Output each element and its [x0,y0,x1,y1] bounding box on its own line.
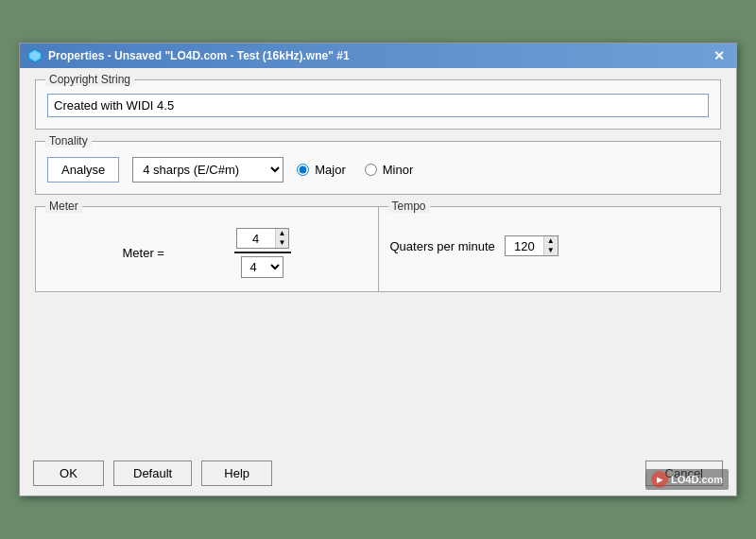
meter-denominator-select-wrapper: 4 2 8 16 [241,256,284,278]
meter-numerator-spinner: ▲ ▼ [236,228,290,249]
spinner-btns-numerator: ▲ ▼ [275,229,289,248]
tempo-content: Quaters per minute ▲ ▼ [390,235,710,256]
analyse-button[interactable]: Analyse [47,157,119,183]
key-select[interactable]: 4 sharps (E/C#m) C Major G Major D Major… [132,157,284,183]
help-button[interactable]: Help [201,461,272,486]
watermark-text: LO4D.com [671,474,723,485]
lo4d-icon: ▶ [651,471,668,488]
copyright-label: Copyright String [45,73,134,86]
meter-denominator-select[interactable]: 4 2 8 16 [242,257,283,277]
copyright-input[interactable] [47,94,709,117]
app-icon [27,48,43,63]
minor-label: Minor [383,163,414,177]
spinner-btns-tempo: ▲ ▼ [543,236,558,255]
meter-equals-row: Meter = ▲ ▼ [123,228,291,278]
tonality-section: Tonality Analyse 4 sharps (E/C#m) C Majo… [35,141,721,195]
mode-radio-group: Major Minor [297,163,413,177]
close-button[interactable]: ✕ [710,49,729,62]
fraction-line [234,252,291,253]
ok-button[interactable]: OK [33,461,104,486]
tempo-label: Tempo [388,200,430,213]
tempo-input[interactable] [506,236,543,255]
major-label: Major [315,163,346,177]
title-bar-left: Properties - Unsaved "LO4D.com - Test (1… [27,48,350,63]
meter-section: Meter Meter = ▲ ▼ [35,206,379,292]
tempo-section: Tempo Quaters per minute ▲ ▼ [379,206,722,292]
copyright-section: Copyright String [35,79,721,130]
meter-tempo-row: Meter Meter = ▲ ▼ [35,206,721,292]
meter-label: Meter [45,200,82,213]
meter-fraction: ▲ ▼ 4 2 8 [234,228,291,278]
footer-left: OK Default Help [33,461,272,486]
tonality-row: Analyse 4 sharps (E/C#m) C Major G Major… [47,157,709,183]
footer: OK Default Help Cancel [20,451,736,496]
meter-content: Meter = ▲ ▼ [47,224,367,278]
minor-radio-label[interactable]: Minor [365,163,414,177]
tempo-description: Quaters per minute [390,239,495,253]
dialog-body: Copyright String Tonality Analyse 4 shar… [20,68,736,451]
meter-numerator-input[interactable] [237,229,275,248]
title-bar: Properties - Unsaved "LO4D.com - Test (1… [20,43,736,68]
tempo-up-btn[interactable]: ▲ [544,236,558,246]
watermark: ▶ LO4D.com [645,469,729,490]
major-radio[interactable] [297,164,309,176]
numerator-down-btn[interactable]: ▼ [276,238,289,248]
tempo-spinner: ▲ ▼ [505,235,558,256]
window-title: Properties - Unsaved "LO4D.com - Test (1… [48,49,350,62]
tempo-down-btn[interactable]: ▼ [544,246,558,255]
major-radio-label[interactable]: Major [297,163,346,177]
numerator-up-btn[interactable]: ▲ [276,229,289,238]
default-button[interactable]: Default [113,461,192,486]
tonality-label: Tonality [45,134,92,148]
minor-radio[interactable] [365,164,377,176]
meter-equals-label: Meter = [123,246,164,260]
properties-dialog: Properties - Unsaved "LO4D.com - Test (1… [19,43,737,496]
